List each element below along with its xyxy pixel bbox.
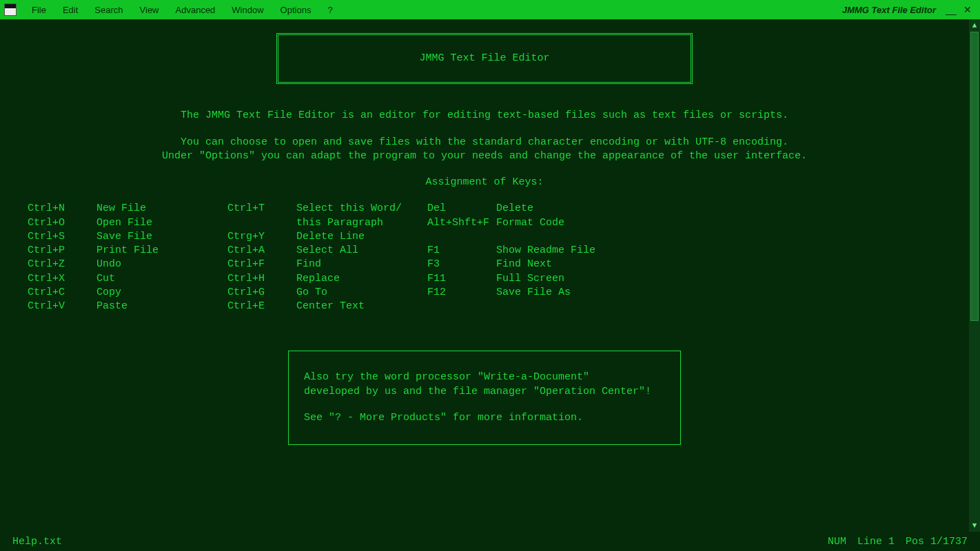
- keys-cell: Ctrl+S: [28, 230, 96, 244]
- menu-bar: File Edit Search View Advanced Window Op…: [0, 0, 980, 19]
- intro-line-2: You can choose to open and save files wi…: [28, 136, 941, 149]
- status-numlock: NUM: [822, 536, 852, 548]
- keys-cell: Copy: [96, 286, 227, 300]
- keys-cell: Select this Word/: [296, 202, 427, 216]
- keys-cell: Ctrl+T: [227, 202, 296, 216]
- keys-cell: Paste: [96, 300, 227, 313]
- scroll-thumb[interactable]: [970, 32, 979, 321]
- keys-cell: Ctrl+V: [28, 300, 96, 313]
- document-title: JMMG Text File Editor: [419, 52, 549, 64]
- keys-row: Ctrl+CCopyCtrl+GGo ToF12Save File As: [28, 286, 941, 300]
- keys-cell: Ctrl+P: [28, 244, 96, 258]
- menu-file[interactable]: File: [23, 2, 54, 18]
- status-filename: Help.txt: [7, 536, 68, 548]
- keys-cell: F3: [427, 258, 496, 271]
- keys-cell: Save File As: [496, 286, 613, 300]
- intro-line-3: Under "Options" you can adapt the progra…: [28, 149, 941, 163]
- keys-cell: Delete Line: [296, 230, 427, 244]
- keys-cell: F11: [427, 272, 496, 286]
- keys-cell: [496, 230, 613, 244]
- editor-area[interactable]: JMMG Text File Editor The JMMG Text File…: [0, 19, 969, 532]
- app-icon: [4, 3, 17, 16]
- promo-box: Also try the word processor "Write-a-Doc…: [288, 351, 681, 445]
- keys-cell: Alt+Shft+F: [427, 216, 496, 230]
- keys-cell: Open File: [96, 216, 227, 230]
- keys-cell: Undo: [96, 258, 227, 271]
- menu-advanced[interactable]: Advanced: [167, 2, 224, 18]
- keys-cell: Ctrl+A: [227, 244, 296, 258]
- menu-search[interactable]: Search: [86, 2, 131, 18]
- keys-table: Ctrl+NNew FileCtrl+TSelect this Word/Del…: [28, 202, 941, 313]
- keys-cell: [427, 230, 496, 244]
- keys-cell: Show Readme File: [496, 244, 613, 258]
- keys-row: Ctrl+NNew FileCtrl+TSelect this Word/Del…: [28, 202, 941, 216]
- keys-cell: Center Text: [296, 300, 427, 313]
- menu-view[interactable]: View: [132, 2, 167, 18]
- status-line: Line 1: [852, 536, 900, 548]
- keys-cell: Ctrl+E: [227, 300, 296, 313]
- keys-cell: Format Code: [496, 216, 613, 230]
- keys-cell: Ctrl+H: [227, 272, 296, 286]
- keys-cell: Go To: [296, 286, 427, 300]
- keys-cell: [496, 300, 613, 313]
- vertical-scrollbar[interactable]: ▲ ▼: [969, 19, 980, 532]
- menu-options[interactable]: Options: [272, 2, 320, 18]
- keys-cell: Find Next: [496, 258, 613, 271]
- keys-row: Ctrl+XCutCtrl+HReplaceF11Full Screen: [28, 272, 941, 286]
- promo-line-2: developed by us and the file manager "Op…: [304, 385, 665, 399]
- status-pos: Pos 1/1737: [900, 536, 973, 548]
- keys-row: Ctrl+OOpen Filethis ParagraphAlt+Shft+FF…: [28, 216, 941, 230]
- keys-cell: Ctrl+O: [28, 216, 96, 230]
- keys-row: Ctrl+SSave FileCtrg+YDelete Line: [28, 230, 941, 244]
- keys-row: Ctrl+VPasteCtrl+ECenter Text: [28, 300, 941, 313]
- keys-cell: Del: [427, 202, 496, 216]
- keys-cell: Ctrl+G: [227, 286, 296, 300]
- intro-line-1: The JMMG Text File Editor is an editor f…: [28, 109, 941, 123]
- keys-cell: Ctrl+N: [28, 202, 96, 216]
- minimize-button[interactable]: __: [943, 5, 959, 14]
- keys-cell: Cut: [96, 272, 227, 286]
- menu-help[interactable]: ?: [319, 2, 340, 18]
- status-bar: Help.txt NUM Line 1 Pos 1/1737: [0, 532, 980, 551]
- keys-cell: Find: [296, 258, 427, 271]
- document-title-box: JMMG Text File Editor: [276, 33, 693, 84]
- scroll-down-icon[interactable]: ▼: [969, 519, 980, 532]
- keys-row: Ctrl+ZUndoCtrl+FFindF3Find Next: [28, 258, 941, 271]
- keys-cell: [227, 216, 296, 230]
- scroll-up-icon[interactable]: ▲: [969, 19, 980, 32]
- keys-cell: F1: [427, 244, 496, 258]
- keys-cell: Ctrl+Z: [28, 258, 96, 271]
- keys-cell: Select All: [296, 244, 427, 258]
- intro-text: The JMMG Text File Editor is an editor f…: [28, 109, 941, 163]
- keys-heading: Assignment of Keys:: [28, 176, 941, 189]
- keys-cell: Replace: [296, 272, 427, 286]
- menu-edit[interactable]: Edit: [54, 2, 86, 18]
- keys-cell: F12: [427, 286, 496, 300]
- keys-cell: Save File: [96, 230, 227, 244]
- keys-cell: this Paragraph: [296, 216, 427, 230]
- promo-line-1: Also try the word processor "Write-a-Doc…: [304, 371, 665, 384]
- keys-cell: New File: [96, 202, 227, 216]
- app-title: JMMG Text File Editor: [842, 5, 943, 15]
- keys-cell: Ctrl+X: [28, 272, 96, 286]
- keys-row: Ctrl+PPrint FileCtrl+ASelect AllF1Show R…: [28, 244, 941, 258]
- close-button[interactable]: ✕: [959, 5, 976, 14]
- keys-cell: Print File: [96, 244, 227, 258]
- menu-window[interactable]: Window: [223, 2, 272, 18]
- keys-cell: Delete: [496, 202, 613, 216]
- keys-cell: Ctrl+C: [28, 286, 96, 300]
- keys-cell: Ctrg+Y: [227, 230, 296, 244]
- keys-cell: Full Screen: [496, 272, 613, 286]
- promo-line-3: See "? - More Products" for more informa…: [304, 411, 665, 425]
- keys-cell: Ctrl+F: [227, 258, 296, 271]
- keys-cell: [427, 300, 496, 313]
